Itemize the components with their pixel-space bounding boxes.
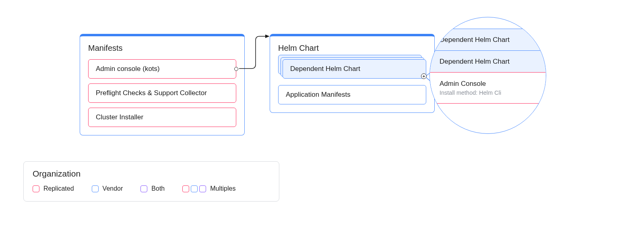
manifests-title: Manifests — [88, 44, 236, 53]
helmchart-panel: Helm Chart Dependent Helm Chart Applicat… — [270, 34, 435, 113]
zoom-row-title: Admin Console — [440, 80, 536, 88]
manifests-item-cluster-installer: Cluster Installer — [88, 108, 236, 127]
legend-item-replicated: Replicated — [33, 185, 74, 192]
swatch-red-icon — [33, 185, 39, 192]
legend-label: Replicated — [43, 185, 74, 192]
application-manifests-item: Application Manifests — [278, 85, 426, 104]
dependent-helm-chart-stack: Dependent Helm Chart — [283, 59, 426, 79]
helmchart-title: Helm Chart — [278, 44, 426, 53]
swatch-blue-icon — [92, 185, 99, 192]
connector-dot-icon — [234, 67, 238, 71]
legend-label: Multiples — [210, 185, 235, 192]
manifests-item-admin-console: Admin console (kots) — [88, 59, 236, 79]
legend-item-multiples: Multiples — [182, 185, 235, 192]
legend-row: Replicated Vendor Both Multiples — [33, 185, 270, 192]
zoom-row-label: Dependent Helm Chart — [440, 36, 536, 44]
manifests-item-label: Preflight Checks & Support Collector — [96, 89, 207, 97]
zoom-row-dep2: Dependent Helm Chart — [430, 50, 546, 72]
manifests-item-preflight: Preflight Checks & Support Collector — [88, 83, 236, 103]
zoom-row-subtitle: Install method: Helm Cli — [440, 89, 536, 96]
legend-label: Both — [151, 185, 165, 192]
legend-item-vendor: Vendor — [92, 185, 123, 192]
legend-item-both: Both — [140, 185, 165, 192]
expand-plus-icon — [421, 73, 427, 79]
legend-label: Vendor — [103, 185, 123, 192]
zoom-row-dep1: Dependent Helm Chart — [430, 29, 546, 50]
zoom-row-admin-console: Admin Console Install method: Helm Cli — [430, 72, 546, 104]
swatch-purple-icon — [140, 185, 147, 192]
application-manifests-label: Application Manifests — [286, 91, 351, 98]
swatch-multi-icon — [182, 185, 206, 192]
zoom-row-label: Dependent Helm Chart — [440, 58, 536, 66]
dependent-helm-chart-item: Dependent Helm Chart — [283, 59, 426, 79]
manifests-panel: Manifests Admin console (kots) Preflight… — [80, 34, 245, 135]
legend-title: Organization — [33, 169, 270, 179]
manifests-item-label: Cluster Installer — [96, 113, 143, 121]
diagram-canvas: Manifests Admin console (kots) Preflight… — [0, 0, 644, 233]
legend-panel: Organization Replicated Vendor Both — [23, 161, 279, 202]
manifests-item-label: Admin console (kots) — [96, 65, 160, 73]
dependent-helm-chart-label: Dependent Helm Chart — [290, 65, 360, 73]
zoom-detail-circle: Dependent Helm Chart Dependent Helm Char… — [429, 17, 546, 134]
